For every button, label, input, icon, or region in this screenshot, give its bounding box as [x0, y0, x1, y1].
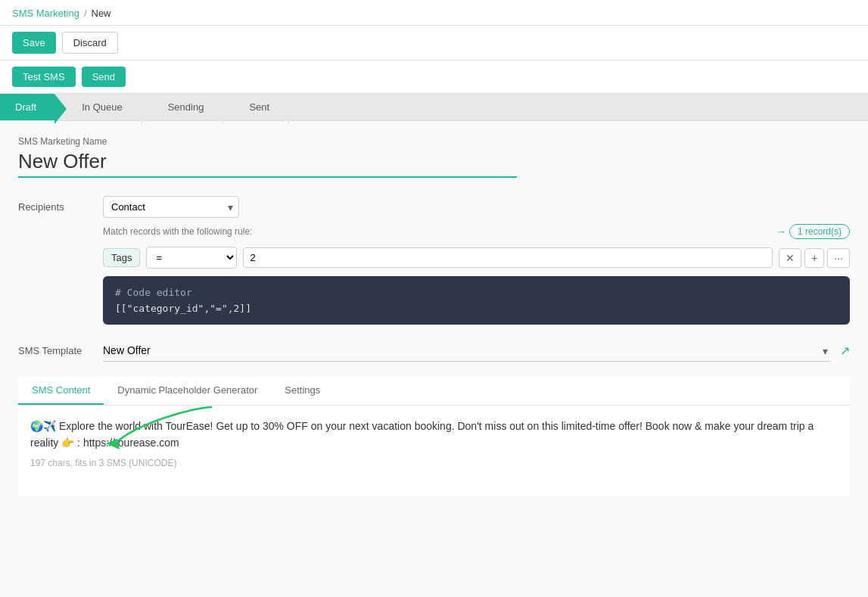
breadcrumb-current: New [92, 8, 111, 19]
code-content: [["category_id","=",2]] [115, 303, 838, 314]
template-section: SMS Template New Offer Promo Alert ↗ [18, 340, 850, 362]
records-badge[interactable]: 1 record(s) [789, 224, 850, 239]
toolbar-row: Test SMS Send [0, 61, 868, 94]
filter-value-input[interactable] [243, 247, 773, 268]
recipients-select-wrapper: Contact Lead Customer [103, 196, 239, 218]
template-select[interactable]: New Offer Promo Alert [103, 340, 831, 362]
step-sent-label: Sent [249, 101, 269, 113]
step-in-queue[interactable]: In Queue [54, 94, 141, 120]
recipients-row: Recipients Contact Lead Customer [18, 196, 850, 218]
template-label: SMS Template [18, 345, 94, 356]
filter-more-button[interactable]: ··· [827, 248, 850, 268]
breadcrumb: SMS Marketing / New [12, 8, 856, 25]
status-filler [288, 94, 868, 120]
name-section: SMS Marketing Name [18, 136, 850, 178]
filter-operator-select[interactable]: = != contains [146, 247, 237, 269]
code-editor-block: # Code editor [["category_id","=",2]] [103, 276, 850, 325]
test-sms-button[interactable]: Test SMS [12, 67, 76, 87]
template-select-wrapper: New Offer Promo Alert [103, 340, 831, 362]
filter-tag: Tags [103, 248, 140, 267]
match-records-row: Match records with the following rule: →… [18, 224, 850, 239]
code-comment: # Code editor [115, 287, 838, 298]
action-bar: Save Discard [0, 26, 868, 61]
send-button[interactable]: Send [82, 67, 126, 87]
status-bar: Draft In Queue Sending Sent [0, 94, 868, 121]
tab-sms-content[interactable]: SMS Content [18, 377, 104, 405]
step-sending[interactable]: Sending [141, 94, 222, 120]
sms-text: 🌍✈️ Explore the world with TourEase! Get… [30, 418, 838, 452]
breadcrumb-separator: / [84, 8, 87, 19]
step-draft[interactable]: Draft [0, 94, 54, 120]
filter-add-button[interactable]: + [804, 248, 824, 268]
records-badge-container: → 1 record(s) [776, 224, 850, 239]
recipients-select[interactable]: Contact Lead Customer [103, 196, 239, 218]
filter-remove-button[interactable]: ✕ [779, 248, 801, 268]
match-records-text: Match records with the following rule: [103, 226, 776, 237]
recipients-section: Recipients Contact Lead Customer Match r… [18, 196, 850, 325]
tabs-bar: SMS Content Dynamic Placeholder Generato… [18, 377, 850, 406]
name-input[interactable] [18, 150, 517, 178]
step-draft-label: Draft [15, 101, 36, 113]
expand-icon[interactable]: ↗ [840, 344, 850, 358]
records-arrow-icon: → [776, 225, 786, 238]
filter-row: Tags = != contains ✕ + ··· [18, 247, 850, 269]
tabs-container: SMS Content Dynamic Placeholder Generato… [18, 377, 850, 496]
breadcrumb-parent[interactable]: SMS Marketing [12, 8, 79, 19]
tab-settings[interactable]: Settings [271, 377, 334, 405]
filter-actions: ✕ + ··· [779, 248, 850, 268]
sms-chars: 197 chars, fits in 3 SMS (UNICODE) [30, 458, 838, 468]
sms-content-wrapper: 🌍✈️ Explore the world with TourEase! Get… [30, 418, 838, 452]
step-in-queue-label: In Queue [82, 101, 123, 113]
recipients-label: Recipients [18, 201, 94, 213]
discard-button[interactable]: Discard [62, 32, 118, 54]
main-content: SMS Marketing Name Recipients Contact Le… [0, 121, 868, 511]
filter-operator-wrapper: = != contains [146, 247, 237, 269]
name-label: SMS Marketing Name [18, 136, 850, 147]
tab-content-sms: 🌍✈️ Explore the world with TourEase! Get… [18, 406, 850, 496]
step-sending-label: Sending [168, 101, 204, 113]
tab-dynamic-placeholder[interactable]: Dynamic Placeholder Generator [104, 377, 271, 405]
save-button[interactable]: Save [12, 32, 56, 54]
top-bar: SMS Marketing / New [0, 0, 868, 26]
